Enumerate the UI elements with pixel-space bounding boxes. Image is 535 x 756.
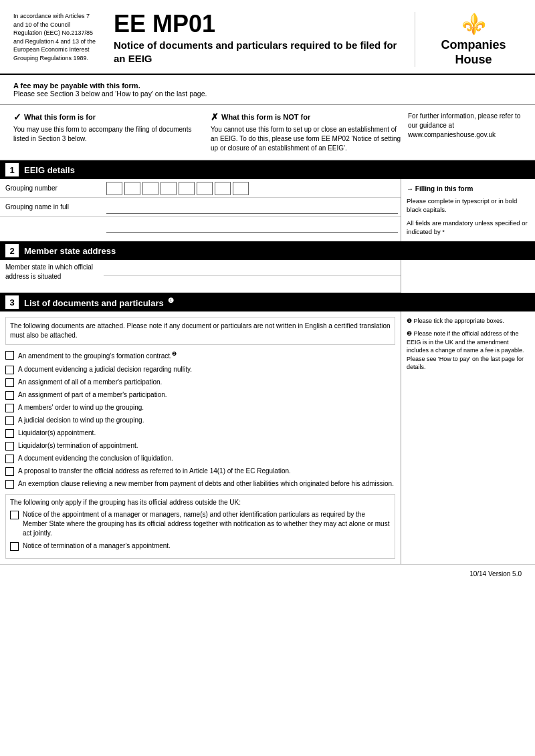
grouping-name-extra-input[interactable]: [104, 218, 401, 234]
number-box-7[interactable]: [215, 182, 231, 195]
section1-sidebar: → Filling in this form Please complete i…: [401, 179, 535, 241]
section2-header: 2 Member state address: [0, 241, 535, 260]
form-code-mp01: MP01: [152, 10, 215, 37]
logo-name: Companies House: [425, 38, 522, 67]
checkbox-1[interactable]: [5, 351, 14, 360]
checkbox-label-9: A document evidencing the conclusion of …: [18, 454, 173, 463]
checkbox-label-10: A proposal to transfer the official addr…: [18, 467, 291, 476]
section3-title: List of documents and particulars ❶: [24, 297, 174, 308]
header: In accordance with Articles 7 and 10 of …: [0, 0, 535, 75]
grouping-number-input-area[interactable]: [104, 180, 401, 197]
section3-circle-note: ❶: [168, 297, 174, 304]
grouping-name-extra-label: [0, 223, 104, 229]
section1-header: 1 EEIG details: [0, 160, 535, 179]
form-code: EE MP01: [114, 12, 408, 36]
checkbox-label-2: A document evidencing a judicial decisio…: [18, 365, 192, 374]
checkbox-2[interactable]: [5, 366, 14, 374]
section3-sidebar: ❶ Please tick the appropriate boxes. ❷ P…: [401, 311, 535, 563]
grouping-name-row: Grouping name in full: [0, 198, 401, 217]
member-input-line-1[interactable]: [104, 260, 401, 276]
grouping-name-input-area[interactable]: [104, 199, 401, 215]
section1-title: EEIG details: [24, 165, 75, 175]
what-for-title: ✓ What this form is for: [13, 112, 204, 122]
outside-checkbox-label-1: Notice of the appointment of a manager o…: [23, 510, 391, 538]
section3-intro-text: The following documents are attached. Pl…: [5, 317, 395, 345]
checkbox-7[interactable]: [5, 429, 14, 438]
section3-number: 3: [5, 295, 19, 309]
checkbox-item-11: An exemption clause relieving a new memb…: [5, 479, 395, 489]
grouping-name-label: Grouping name in full: [0, 201, 104, 213]
what-for-box: ✓ What this form is for You may use this…: [13, 112, 204, 153]
outside-uk-intro: The following only apply if the grouping…: [10, 499, 391, 506]
section2-main: Member state in which official address i…: [0, 260, 401, 293]
what-for-body: You may use this form to accompany the f…: [13, 125, 204, 144]
header-title-block: EE MP01 Notice of documents and particul…: [107, 12, 408, 65]
section2-content: Member state in which official address i…: [0, 260, 535, 293]
checkbox-label-11: An exemption clause relieving a new memb…: [18, 479, 394, 489]
checkbox-item-9: A document evidencing the conclusion of …: [5, 454, 395, 463]
section2-number: 2: [5, 244, 19, 257]
tick-icon: ✓: [13, 112, 21, 122]
section2-title: Member state address: [24, 246, 116, 256]
checkbox-item-7: Liquidator(s) appointment.: [5, 428, 395, 438]
checkbox-item-6: A judicial decision to wind up the group…: [5, 416, 395, 425]
number-box-6[interactable]: [197, 182, 213, 195]
grouping-number-row: Grouping number: [0, 179, 401, 198]
member-state-label: Member state in which official address i…: [0, 260, 104, 292]
grouping-number-boxes[interactable]: [106, 182, 249, 195]
outside-checkbox-item-2: Notice of termination of a manager's app…: [10, 541, 391, 551]
checkbox-item-3: An assignment of all of a member's parti…: [5, 378, 395, 387]
checkbox-item-8: Liquidator(s) termination of appointment…: [5, 441, 395, 451]
section3-header: 3 List of documents and particulars ❶: [0, 293, 535, 311]
member-state-inputs[interactable]: [104, 260, 401, 292]
cross-icon: ✗: [211, 112, 219, 122]
outside-checkbox-2[interactable]: [10, 542, 19, 551]
member-input-line-2[interactable]: [104, 276, 401, 292]
outside-checkbox-1[interactable]: [10, 511, 19, 519]
section3-main: The following documents are attached. Pl…: [0, 311, 401, 563]
outside-checkbox-label-2: Notice of termination of a manager's app…: [23, 541, 171, 551]
fee-notice: A fee may be payable with this form. Ple…: [0, 75, 535, 105]
checkbox-label-1: An amendment to the grouping's formation…: [18, 350, 177, 361]
checkbox-10[interactable]: [5, 467, 14, 476]
member-state-row: Member state in which official address i…: [0, 260, 401, 293]
checkbox-label-5: A members' order to wind up the grouping…: [18, 403, 144, 412]
checkbox-6[interactable]: [5, 416, 14, 425]
checkbox-label-7: Liquidator(s) appointment.: [18, 428, 96, 438]
checkbox-label-8: Liquidator(s) termination of appointment…: [18, 441, 138, 451]
checkbox-4[interactable]: [5, 391, 14, 400]
what-not-for-body: You cannot use this form to set up or cl…: [211, 125, 401, 153]
number-box-2[interactable]: [124, 182, 140, 195]
grouping-name-input[interactable]: [106, 201, 398, 214]
checkbox-5[interactable]: [5, 404, 14, 412]
info-section: ✓ What this form is for You may use this…: [0, 105, 535, 160]
footer: 10/14 Version 5.0: [0, 564, 535, 583]
what-not-for-title-text: What this form is NOT for: [221, 113, 310, 121]
number-box-5[interactable]: [179, 182, 195, 195]
what-not-for-title: ✗ What this form is NOT for: [211, 112, 401, 122]
fee-notice-bold: A fee may be payable with this form.: [13, 82, 522, 90]
checkbox-8[interactable]: [5, 442, 14, 451]
checkbox-item-4: An assignment of part of a member's part…: [5, 390, 395, 400]
form-code-ee: EE: [114, 10, 146, 37]
sidebar-filling-title: → Filling in this form: [407, 184, 530, 194]
checkbox-item-2: A document evidencing a judicial decisio…: [5, 365, 395, 374]
checkbox-item-1: An amendment to the grouping's formation…: [5, 350, 395, 361]
section2-sidebar: [401, 260, 535, 293]
checkbox-label-4: An assignment of part of a member's part…: [18, 390, 167, 400]
companies-house-logo: ⚜️ Companies House: [415, 12, 522, 67]
checkbox-9[interactable]: [5, 455, 14, 463]
checkbox-3[interactable]: [5, 378, 14, 387]
further-info-text: For further information, please refer to…: [408, 112, 522, 140]
what-not-for-box: ✗ What this form is NOT for You cannot u…: [211, 112, 401, 153]
grouping-name-extra-input-field[interactable]: [106, 219, 398, 233]
checkbox-11[interactable]: [5, 480, 14, 489]
number-box-4[interactable]: [160, 182, 177, 195]
number-box-8[interactable]: [233, 182, 249, 195]
page: In accordance with Articles 7 and 10 of …: [0, 0, 535, 756]
checkbox-label-6: A judicial decision to wind up the group…: [18, 416, 144, 425]
number-box-3[interactable]: [142, 182, 158, 195]
fee-notice-normal: Please see Section 3 below and 'How to p…: [13, 90, 522, 98]
number-box-1[interactable]: [106, 182, 122, 195]
grouping-name-extra-row: [0, 217, 401, 235]
